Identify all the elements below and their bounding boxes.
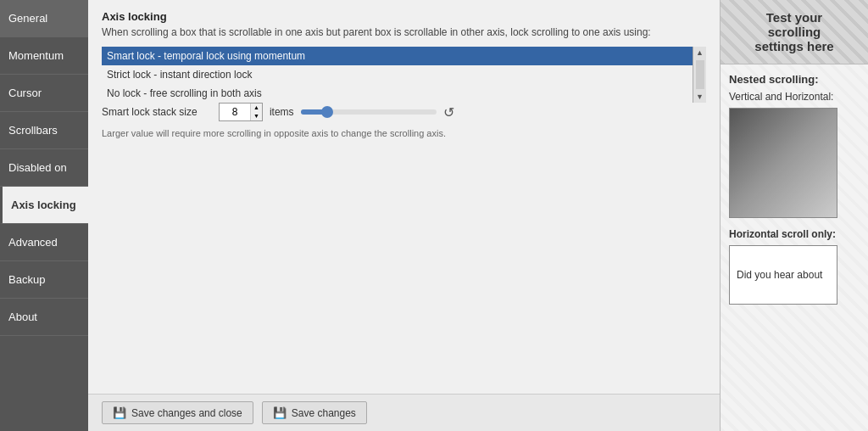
scroll-down-arrow[interactable]: ▼ [694,91,705,103]
dropdown-scrollbar[interactable]: ▲ ▼ [693,47,706,103]
sidebar-item-axis-locking-label: Axis locking [11,199,76,211]
horiz-demo-box[interactable]: Did you hear about [729,245,837,305]
stack-size-label: Smart lock stack size [102,106,212,118]
sidebar-item-disabled-on[interactable]: Disabled on [0,149,88,187]
section-description: When scrolling a box that is scrollable … [102,26,706,38]
sidebar-item-scrollbars[interactable]: Scrollbars [0,112,88,149]
spinner-down-button[interactable]: ▼ [251,112,262,120]
scroll-thumb[interactable] [696,60,704,89]
nested-section[interactable]: Nested scrolling: Vertical and Horizonta… [721,64,868,431]
stack-size-row: Smart lock stack size ▲ ▼ items ↺ [102,103,706,121]
sidebar-item-advanced-label: Advanced [8,236,58,249]
section-title: Axis locking [102,10,706,23]
slider-reset-button[interactable]: ↺ [442,104,456,120]
right-panel: Test yourscrollingsettings here Nested s… [720,0,868,431]
stack-size-input-wrap: ▲ ▼ [219,103,263,121]
sidebar-item-general-label: General [8,12,47,25]
number-spinners: ▲ ▼ [250,104,262,120]
dropdown-list: Smart lock - temporal lock using momentu… [102,47,693,103]
sidebar-item-scrollbars-label: Scrollbars [8,124,58,137]
nested-scrolling-subtitle: Vertical and Horizontal: [729,91,860,103]
scroll-demo-box[interactable] [729,108,837,218]
save-close-button[interactable]: 💾 Save changes and close [102,401,253,424]
save-close-label: Save changes and close [131,407,242,419]
sidebar-item-backup-label: Backup [8,273,45,286]
right-panel-header: Test yourscrollingsettings here [721,0,868,64]
save-button[interactable]: 💾 Save changes [262,401,367,424]
scroll-demo-content [730,109,837,218]
slider-thumb[interactable] [321,106,333,118]
footer: 💾 Save changes and close 💾 Save changes [88,394,720,431]
sidebar-item-advanced[interactable]: Advanced [0,224,88,261]
content-area: Axis locking When scrolling a box that i… [88,0,720,394]
spinner-up-button[interactable]: ▲ [251,104,262,112]
sidebar-item-backup[interactable]: Backup [0,261,88,299]
sidebar-item-momentum[interactable]: Momentum [0,37,88,75]
axis-lock-dropdown[interactable]: Smart lock - temporal lock using momentu… [102,47,706,103]
sidebar-item-general[interactable]: General [0,0,88,37]
sidebar: General Momentum Cursor Scrollbars Disab… [0,0,88,431]
save-label: Save changes [292,407,356,419]
sidebar-item-about[interactable]: About [0,299,88,336]
sidebar-item-momentum-label: Momentum [8,49,64,62]
dropdown-option-strict[interactable]: Strict lock - instant direction lock [102,65,693,84]
slider-track[interactable] [301,109,437,115]
right-panel-title: Test yourscrollingsettings here [754,10,833,53]
sidebar-item-about-label: About [8,311,37,323]
help-text: Larger value will require more scrolling… [102,128,706,138]
sidebar-item-cursor[interactable]: Cursor [0,75,88,112]
main-content: Axis locking When scrolling a box that i… [88,0,720,431]
horiz-demo-content: Did you hear about [730,262,829,288]
save-close-icon: 💾 [113,406,126,419]
dropdown-option-no-lock[interactable]: No lock - free scrolling in both axis [102,84,693,103]
scroll-up-arrow[interactable]: ▲ [694,47,705,59]
sidebar-item-disabled-on-label: Disabled on [8,161,67,174]
save-icon: 💾 [273,406,287,419]
slider-wrap: ↺ [301,104,456,120]
sidebar-item-axis-locking[interactable]: Axis locking [0,187,88,224]
sidebar-item-cursor-label: Cursor [8,87,42,99]
stack-size-input[interactable] [220,104,250,120]
nested-scrolling-title: Nested scrolling: [729,73,860,86]
dropdown-option-smart[interactable]: Smart lock - temporal lock using momentu… [102,47,693,65]
horiz-scroll-title: Horizontal scroll only: [729,228,860,240]
items-label: items [270,106,294,118]
